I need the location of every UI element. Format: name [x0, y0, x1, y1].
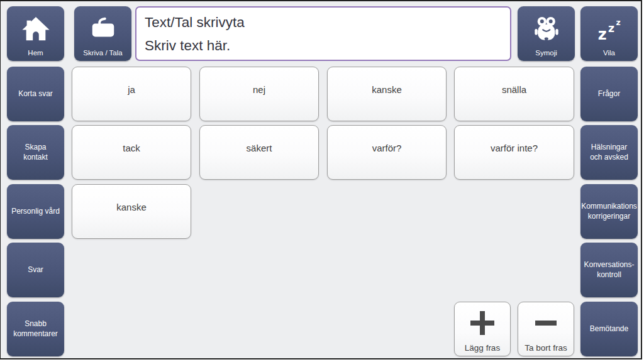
phrase-cell-tack[interactable]: tack: [72, 125, 191, 180]
sidebar-item-label: Personlig vård: [10, 207, 61, 217]
svg-text:z: z: [597, 26, 606, 43]
sidebar-item-kommunikations-korrigeringar[interactable]: Kommunikations korrigeringar: [580, 184, 638, 239]
sidebar-item-korta-svar[interactable]: Korta svar: [7, 67, 64, 121]
writing-area[interactable]: Text/Tal skrivyta Skriv text här.: [135, 6, 511, 61]
symoji-button-label: Symoji: [535, 49, 557, 61]
sidebar-item-personlig-vard[interactable]: Personlig vård: [7, 184, 64, 239]
phrase-label: kanske: [116, 202, 147, 212]
phrase-cell-varfor-inte[interactable]: varför inte?: [454, 125, 574, 180]
svg-text:z: z: [616, 18, 620, 27]
phrase-cell-nej[interactable]: nej: [199, 67, 319, 121]
remove-phrase-button[interactable]: Ta bort fras: [518, 302, 574, 356]
svg-text:z: z: [608, 22, 614, 35]
write-speak-button-label: Skriva / Tala: [83, 49, 122, 61]
phrase-label: ja: [128, 84, 135, 95]
sidebar-item-label: Konversations- kontroll: [582, 260, 635, 280]
phrase-label: varför?: [372, 143, 402, 153]
phrase-cell-varfor[interactable]: varför?: [327, 125, 447, 180]
add-phrase-label: Lägg fras: [465, 343, 500, 354]
phrase-label: snälla: [502, 84, 526, 95]
minus-icon: [531, 302, 561, 343]
sidebar-item-label: Bemötande: [589, 324, 630, 334]
phrase-cell-snalla[interactable]: snälla: [454, 67, 574, 121]
phrase-label: tack: [123, 143, 140, 153]
phrase-label: varför inte?: [491, 143, 538, 153]
remove-phrase-label: Ta bort fras: [525, 343, 567, 354]
sidebar-item-snabb-kommentarer[interactable]: Snabb kommentarer: [7, 302, 64, 356]
sidebar-item-label: Skapa kontakt: [22, 143, 49, 162]
sidebar-item-label: Snabb kommentarer: [12, 319, 59, 339]
write-speak-button[interactable]: Skriva / Tala: [74, 6, 131, 61]
home-icon: [7, 6, 64, 49]
phrase-cell-kanske[interactable]: kanske: [327, 67, 447, 121]
home-button-label: Hem: [28, 49, 43, 61]
sidebar-item-konversations-kontroll[interactable]: Konversations- kontroll: [580, 243, 638, 297]
phrase-label: nej: [253, 84, 265, 95]
phrase-cell-kanske-2[interactable]: kanske: [72, 184, 191, 239]
symoji-monster-icon: [518, 6, 575, 49]
phrase-label: kanske: [372, 84, 402, 95]
keyboard-icon: [74, 6, 131, 49]
phrase-cell-sakert[interactable]: säkert: [199, 125, 319, 180]
symoji-button[interactable]: Symoji: [518, 6, 575, 61]
phrase-label: säkert: [247, 143, 272, 153]
sleep-zzz-icon: z z z: [580, 6, 638, 49]
rest-button[interactable]: z z z Vila: [580, 6, 638, 61]
sidebar-item-label: Frågor: [597, 89, 621, 99]
sidebar-item-bemotande[interactable]: Bemötande: [580, 302, 638, 356]
sidebar-item-skapa-kontakt[interactable]: Skapa kontakt: [7, 125, 64, 180]
home-button[interactable]: Hem: [7, 6, 64, 61]
writing-area-placeholder: Skriv text här.: [145, 34, 502, 57]
add-phrase-button[interactable]: Lägg fras: [454, 302, 511, 356]
sidebar-item-label: Hälsningar och avsked: [589, 143, 630, 162]
sidebar-item-svar[interactable]: Svar: [7, 243, 64, 297]
sidebar-item-halsningar-och-avsked[interactable]: Hälsningar och avsked: [580, 125, 638, 180]
sidebar-item-label: Svar: [26, 265, 45, 275]
phrase-cell-ja[interactable]: ja: [72, 67, 191, 121]
sidebar-item-fragor[interactable]: Frågor: [580, 67, 638, 121]
rest-button-label: Vila: [603, 49, 615, 61]
sidebar-item-label: Kommunikations korrigeringar: [580, 202, 638, 221]
plus-icon: [467, 302, 497, 343]
sidebar-item-label: Korta svar: [17, 89, 54, 99]
aac-app-window: Hem Skriva / Tala Text/Tal skrivyta Skri…: [0, 0, 642, 359]
writing-area-title: Text/Tal skrivyta: [145, 11, 502, 34]
